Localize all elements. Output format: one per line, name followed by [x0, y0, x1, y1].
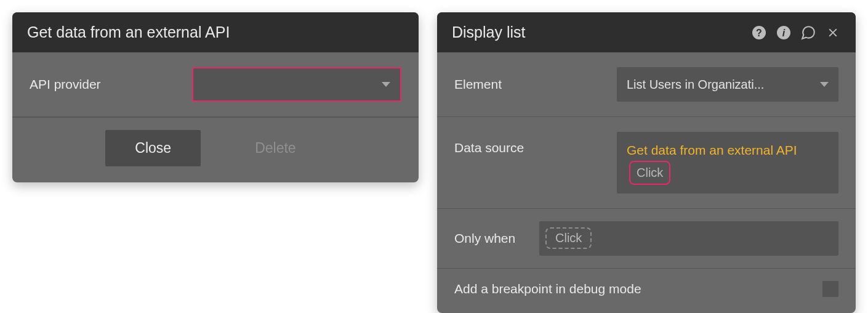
data-source-row: Data source Get data from an external AP… — [437, 117, 856, 209]
data-source-label: Data source — [454, 132, 602, 155]
panel-title: Get data from an external API — [27, 23, 404, 41]
chevron-down-icon — [820, 82, 829, 87]
comment-icon[interactable] — [800, 25, 816, 41]
only-when-click-pill[interactable]: Click — [545, 227, 592, 249]
element-row: Element List Users in Organizati... — [437, 52, 856, 117]
close-icon[interactable] — [825, 25, 841, 41]
help-icon[interactable]: ? — [751, 25, 767, 41]
data-source-click-pill[interactable]: Click — [629, 161, 670, 185]
only-when-label: Only when — [454, 231, 528, 246]
panel-header: Display list ? i — [437, 12, 856, 52]
breakpoint-label: Add a breakpoint in debug mode — [454, 282, 641, 296]
header-icons: ? i — [751, 25, 841, 41]
close-button[interactable]: Close — [105, 130, 201, 166]
api-provider-label: API provider — [30, 77, 177, 92]
api-provider-dropdown[interactable] — [192, 67, 401, 102]
svg-text:i: i — [782, 28, 786, 38]
only-when-row: Only when Click — [437, 209, 856, 269]
element-label: Element — [454, 77, 602, 92]
api-provider-row: API provider — [12, 52, 419, 117]
external-api-panel: Get data from an external API API provid… — [12, 12, 419, 182]
delete-button[interactable]: Delete — [225, 130, 325, 166]
data-source-expression-box[interactable]: Get data from an external API Click — [617, 132, 838, 193]
element-dropdown[interactable]: List Users in Organizati... — [617, 67, 838, 102]
data-source-expression: Get data from an external API — [627, 140, 797, 161]
panel-body: API provider Close Delete — [12, 52, 419, 182]
chevron-down-icon — [382, 82, 390, 87]
element-value: List Users in Organizati... — [627, 78, 814, 92]
breakpoint-row: Add a breakpoint in debug mode — [437, 269, 856, 313]
info-icon[interactable]: i — [776, 25, 792, 41]
breakpoint-checkbox[interactable] — [822, 281, 838, 297]
only-when-expression-box[interactable]: Click — [539, 221, 838, 256]
svg-text:?: ? — [756, 28, 762, 38]
display-list-panel: Display list ? i Element List Users in O… — [437, 12, 856, 313]
panel-title: Display list — [452, 23, 751, 41]
panel-body: Element List Users in Organizati... Data… — [437, 52, 856, 313]
button-row: Close Delete — [12, 117, 419, 182]
panel-header: Get data from an external API — [12, 12, 419, 52]
